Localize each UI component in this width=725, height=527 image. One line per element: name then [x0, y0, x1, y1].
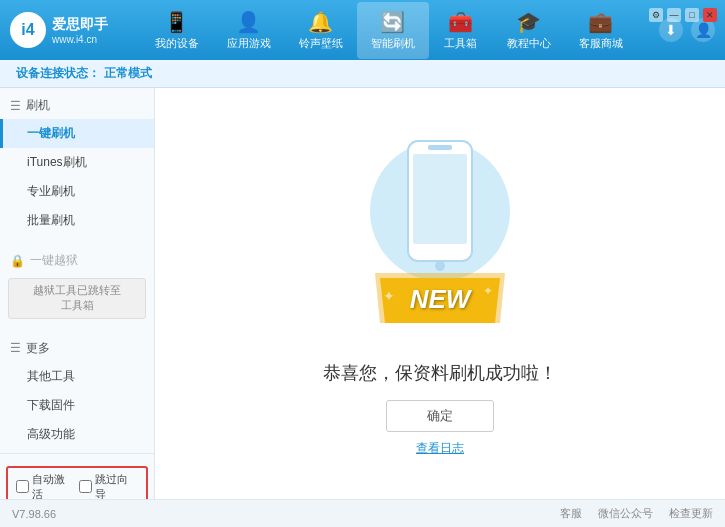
sidebar-item-advanced[interactable]: 高级功能	[0, 420, 154, 449]
auto-activate-checkbox[interactable]: 自动激活	[16, 472, 75, 499]
nav-app-game[interactable]: 👤 应用游戏	[213, 2, 285, 59]
more-group-icon: ☰	[10, 341, 21, 355]
sidebar-item-other-tools[interactable]: 其他工具	[0, 362, 154, 391]
app-icon: 👤	[236, 10, 261, 34]
phone-container: ✦ ✦ NEW	[360, 131, 520, 331]
nav-bar: 📱 我的设备 👤 应用游戏 🔔 铃声壁纸 🔄 智能刷机 🧰 工具箱 🎓	[128, 2, 649, 59]
footer-link-wechat[interactable]: 微信公众号	[598, 506, 653, 521]
auto-guide-input[interactable]	[79, 480, 92, 493]
sidebar-item-itunes-flash[interactable]: iTunes刷机	[0, 148, 154, 177]
sidebar: ☰ 刷机 一键刷机 iTunes刷机 专业刷机 批量刷机 🔒	[0, 88, 155, 499]
close-button[interactable]: ✕	[703, 8, 717, 22]
header: i4 爱思即手 www.i4.cn 📱 我的设备 👤 应用游戏 🔔 铃声壁纸 🔄	[0, 0, 725, 60]
tutorial-icon: 🎓	[516, 10, 541, 34]
nav-ringtone[interactable]: 🔔 铃声壁纸	[285, 2, 357, 59]
logo-text: 爱思即手 www.i4.cn	[52, 16, 108, 45]
toolbox-icon: 🧰	[448, 10, 473, 34]
main-content: ✦ ✦ NEW 恭喜您，保资料刷机成功啦！ 确定 查看日志	[155, 88, 725, 499]
status-bar: 设备连接状态： 正常模式	[0, 60, 725, 88]
auto-activate-row: 自动激活 跳过向导	[6, 466, 148, 499]
success-message: 恭喜您，保资料刷机成功啦！	[323, 361, 557, 385]
svg-text:✦: ✦	[383, 288, 395, 304]
phone-svg	[400, 136, 480, 286]
lock-icon: 🔒	[10, 254, 25, 268]
footer-version: V7.98.66	[12, 508, 544, 520]
settings-icon[interactable]: ⚙	[649, 8, 663, 22]
svg-rect-3	[428, 145, 452, 150]
svg-point-2	[435, 261, 445, 271]
sidebar-item-one-key-flash[interactable]: 一键刷机	[0, 119, 154, 148]
sidebar-group-flash: ☰ 刷机	[0, 92, 154, 119]
svg-text:✦: ✦	[483, 284, 493, 298]
sidebar-item-batch-flash[interactable]: 批量刷机	[0, 206, 154, 235]
footer-link-update[interactable]: 检查更新	[669, 506, 713, 521]
maximize-button[interactable]: □	[685, 8, 699, 22]
confirm-button[interactable]: 确定	[386, 400, 494, 432]
nav-my-device[interactable]: 📱 我的设备	[141, 2, 213, 59]
sidebar-item-pro-flash[interactable]: 专业刷机	[0, 177, 154, 206]
nav-smart-flash[interactable]: 🔄 智能刷机	[357, 2, 429, 59]
ringtone-icon: 🔔	[308, 10, 333, 34]
window-controls: ⚙ — □ ✕	[649, 8, 717, 22]
sidebar-jailbreak-disabled: 🔒 一键越狱	[0, 247, 154, 274]
auto-activate-input[interactable]	[16, 480, 29, 493]
auto-guide-checkbox[interactable]: 跳过向导	[79, 472, 138, 499]
nav-tutorial[interactable]: 🎓 教程中心	[493, 2, 565, 59]
footer-link-service[interactable]: 客服	[560, 506, 582, 521]
flash-group-icon: ☰	[10, 99, 21, 113]
sidebar-group-more: ☰ 更多	[0, 335, 154, 362]
device-icon: 📱	[164, 10, 189, 34]
sidebar-item-download-firmware[interactable]: 下载固件	[0, 391, 154, 420]
flash-icon: 🔄	[380, 10, 405, 34]
minimize-button[interactable]: —	[667, 8, 681, 22]
nav-toolbox[interactable]: 🧰 工具箱	[429, 2, 493, 59]
service-icon: 💼	[588, 10, 613, 34]
svg-rect-1	[413, 154, 467, 244]
logo-icon: i4	[10, 12, 46, 48]
log-link[interactable]: 查看日志	[416, 440, 464, 457]
nav-service[interactable]: 💼 客服商城	[565, 2, 637, 59]
new-badge-svg: ✦ ✦ NEW	[375, 273, 505, 328]
logo: i4 爱思即手 www.i4.cn	[10, 12, 108, 48]
sidebar-notice: 越狱工具已跳转至工具箱	[8, 278, 146, 319]
footer: V7.98.66 客服 微信公众号 检查更新	[0, 499, 725, 527]
sidebar-bottom: 自动激活 跳过向导 📱 iPhone 15 Pro Max 512GB iPho…	[0, 453, 154, 499]
footer-links: 客服 微信公众号 检查更新	[560, 506, 713, 521]
success-illustration: ✦ ✦ NEW	[360, 131, 520, 331]
svg-text:NEW: NEW	[410, 284, 473, 314]
